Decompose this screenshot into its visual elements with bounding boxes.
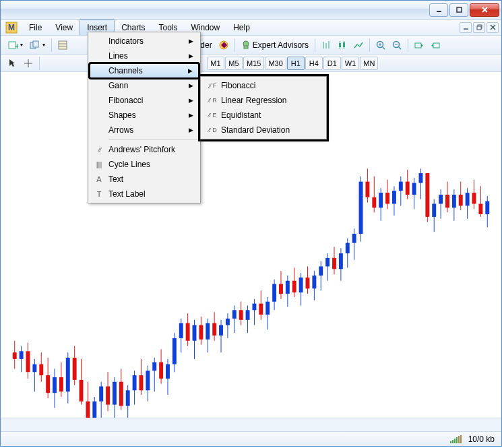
svg-rect-155 <box>372 197 376 207</box>
svg-rect-59 <box>53 377 57 393</box>
cursor-tool[interactable] <box>5 56 20 71</box>
timeframe-m15[interactable]: M15 <box>243 57 264 70</box>
svg-rect-117 <box>246 310 250 320</box>
svg-rect-149 <box>352 234 356 243</box>
equidistant-icon: ⫽E <box>206 110 217 121</box>
svg-rect-75 <box>106 387 110 405</box>
text-label-icon: T <box>94 189 104 199</box>
bar-chart-button[interactable] <box>319 38 334 53</box>
minimize-button[interactable] <box>429 3 448 17</box>
svg-rect-159 <box>385 193 389 203</box>
mdi-minimize-button[interactable] <box>460 22 472 33</box>
svg-marker-39 <box>431 44 433 47</box>
svg-rect-87 <box>146 371 150 390</box>
timeframe-m1[interactable]: M1 <box>207 57 224 70</box>
cycle-lines-icon: ||| <box>94 159 104 170</box>
svg-rect-57 <box>46 375 50 393</box>
close-button[interactable] <box>470 3 499 17</box>
svg-rect-131 <box>292 281 296 292</box>
insert-menu-item-lines[interactable]: Lines▶ <box>90 49 199 63</box>
insert-menu-item-gann[interactable]: Gann▶ <box>90 78 199 93</box>
svg-rect-139 <box>319 266 323 276</box>
svg-rect-21 <box>244 46 248 49</box>
market-watch-button[interactable] <box>55 38 70 53</box>
insert-menu-item-text-label[interactable]: TText Label <box>90 187 199 201</box>
timeframe-h1[interactable]: H1 <box>287 57 305 70</box>
channels-item-linear-regression[interactable]: ⫽RLinear Regression <box>202 93 325 108</box>
mdi-close-button[interactable] <box>487 22 499 33</box>
submenu-arrow-icon: ▶ <box>189 112 193 119</box>
zoom-out-button[interactable] <box>389 38 404 53</box>
auto-scroll-button[interactable] <box>412 38 427 53</box>
timeframe-d1[interactable]: D1 <box>323 57 341 70</box>
svg-rect-121 <box>259 304 263 315</box>
svg-rect-55 <box>39 364 43 375</box>
zoom-in-button[interactable] <box>373 38 388 53</box>
candlestick-button[interactable] <box>335 38 350 53</box>
svg-rect-163 <box>399 182 403 191</box>
svg-rect-173 <box>432 204 436 217</box>
insert-menu-item-cycle-lines[interactable]: |||Cycle Lines <box>90 157 199 172</box>
new-chart-button[interactable]: +▾ <box>5 38 26 53</box>
insert-menu-item-shapes[interactable]: Shapes▶ <box>90 108 199 123</box>
svg-rect-61 <box>59 377 63 391</box>
timeframe-mn[interactable]: MN <box>360 57 378 70</box>
crosshair-tool[interactable] <box>21 56 36 71</box>
chart-shift-button[interactable] <box>428 38 443 53</box>
insert-menu-item-arrows[interactable]: Arrows▶ <box>90 123 199 137</box>
svg-text:◆: ◆ <box>220 40 227 49</box>
insert-menu-item-channels[interactable]: Channels▶ <box>90 63 199 78</box>
timeframe-w1[interactable]: W1 <box>342 57 360 70</box>
svg-rect-135 <box>306 278 310 288</box>
insert-menu-item-fibonacci[interactable]: Fibonacci▶ <box>90 93 199 108</box>
titlebar <box>1 1 501 20</box>
svg-rect-97 <box>179 323 183 338</box>
timeframe-h4[interactable]: H4 <box>305 57 323 70</box>
line-chart-button[interactable] <box>351 38 366 53</box>
svg-rect-169 <box>418 173 422 183</box>
insert-menu-dropdown: Indicators▶Lines▶Channels▶Gann▶Fibonacci… <box>88 32 201 203</box>
connection-bars-icon <box>450 435 462 443</box>
mdi-restore-button[interactable] <box>473 22 485 33</box>
channels-item-fibonacci[interactable]: ⫽FFibonacci <box>202 78 325 93</box>
svg-rect-89 <box>152 362 156 371</box>
svg-rect-165 <box>406 182 410 195</box>
svg-rect-53 <box>32 364 36 373</box>
svg-rect-99 <box>186 323 190 341</box>
svg-rect-177 <box>445 195 449 207</box>
svg-rect-103 <box>199 325 203 340</box>
svg-rect-129 <box>286 281 290 294</box>
svg-rect-65 <box>73 358 77 380</box>
chart-tabs-bar <box>1 418 501 431</box>
svg-rect-175 <box>439 195 443 204</box>
svg-rect-171 <box>425 173 429 217</box>
maximize-button[interactable] <box>449 3 468 17</box>
profiles-button[interactable]: ▾ <box>27 38 48 53</box>
svg-marker-40 <box>9 59 15 67</box>
svg-rect-101 <box>193 325 197 341</box>
svg-rect-179 <box>452 195 456 207</box>
svg-rect-8 <box>477 26 481 30</box>
svg-rect-151 <box>359 182 363 234</box>
expert-advisors-button[interactable]: Expert Advisors <box>239 38 311 53</box>
svg-rect-113 <box>232 310 237 319</box>
timeframe-m30[interactable]: M30 <box>265 57 286 70</box>
svg-rect-137 <box>312 276 316 288</box>
svg-rect-77 <box>113 382 117 405</box>
insert-menu-item-text[interactable]: AText <box>90 172 199 187</box>
menu-view[interactable]: View <box>49 20 80 35</box>
channels-item-standard-deviation[interactable]: ⫽DStandard Deviation <box>202 123 325 137</box>
statusbar: 10/0 kb <box>1 431 501 446</box>
insert-menu-item-indicators[interactable]: Indicators▶ <box>90 34 199 49</box>
timeframe-m5[interactable]: M5 <box>225 57 243 70</box>
svg-line-34 <box>399 46 402 49</box>
standard-deviation-icon: ⫽D <box>206 125 217 135</box>
svg-rect-125 <box>272 284 276 302</box>
menu-help[interactable]: Help <box>226 20 257 35</box>
svg-line-30 <box>383 46 385 49</box>
channels-item-equidistant[interactable]: ⫽EEquidistant <box>202 108 325 123</box>
menu-file[interactable]: File <box>22 20 49 35</box>
svg-rect-63 <box>66 358 70 391</box>
meta-editor-button[interactable]: ◆ <box>216 38 231 53</box>
insert-menu-item-andrews-pitchfork[interactable]: ⫽Andrews' Pitchfork <box>90 142 199 157</box>
